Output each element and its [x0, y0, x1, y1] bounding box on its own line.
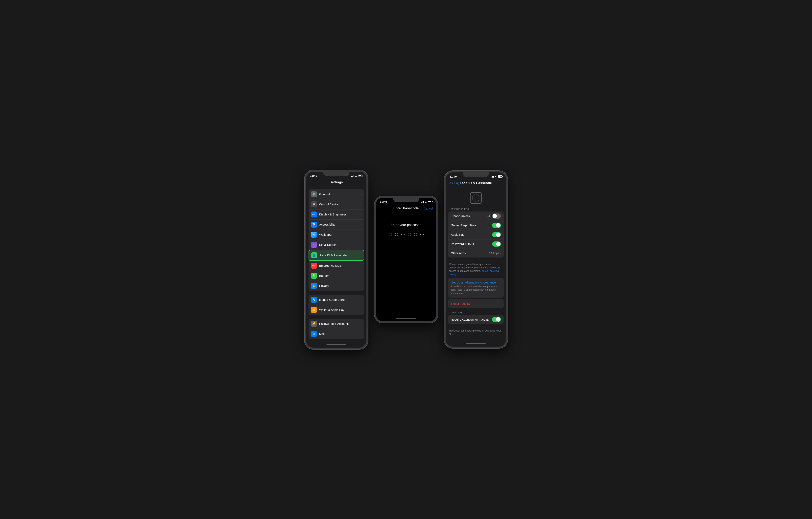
other-apps-chevron: ›: [500, 251, 501, 255]
apple-pay-toggle[interactable]: [492, 232, 501, 237]
settings-item-wallpaper[interactable]: ❋ Wallpaper ›: [309, 230, 364, 240]
iphone-unlock-item[interactable]: iPhone Unlock ➜: [448, 212, 504, 221]
general-chevron: ›: [361, 193, 362, 196]
phone-faceid-detail: 11:40 ▲ ‹ Settings Face ID & Passco: [444, 171, 508, 348]
wifi-icon-3: ▲: [495, 175, 497, 178]
settings-item-general[interactable]: ⚙️ General ›: [309, 189, 364, 199]
svg-rect-0: [473, 195, 479, 201]
settings-list-3: 🔑 Passwords & Accounts › ✉ Mail ›: [309, 319, 364, 339]
siri-chevron: ›: [361, 243, 362, 246]
faceid-svg: [472, 194, 480, 201]
other-apps-item[interactable]: Other Apps 14 Apps ›: [448, 249, 504, 257]
password-autofill-toggle[interactable]: [492, 241, 501, 247]
itunes-icon: A: [311, 297, 317, 303]
home-indicator-2: [376, 317, 436, 321]
reset-faceid-button[interactable]: Reset Face iD: [448, 299, 504, 308]
settings-item-sos[interactable]: SOS Emergency SOS ›: [309, 261, 364, 271]
use-faceid-label: USE FACE ID FOR:: [446, 208, 506, 212]
settings-item-privacy[interactable]: ✋ Privacy ›: [309, 281, 364, 291]
battery-label: Battery: [319, 274, 361, 277]
privacy-link[interactable]: About Face ID & Privacy...: [449, 270, 499, 276]
faceid-face-icon: [470, 192, 482, 204]
notch-2: [393, 198, 419, 202]
passwords-icon: 🔑: [311, 321, 317, 327]
settings-item-faceid[interactable]: 👤 Face ID & Passcode ›: [309, 250, 364, 261]
notch: [323, 172, 349, 176]
settings-item-itunes[interactable]: A iTunes & App Store ›: [309, 295, 364, 305]
time-2: 11:40: [380, 200, 387, 203]
display-chevron: ›: [361, 213, 362, 216]
itunes-appstore-toggle[interactable]: [492, 223, 501, 228]
status-icons-1: ▲: [351, 174, 362, 177]
wallpaper-icon: ❋: [311, 232, 317, 238]
control-centre-label: Control Centre: [319, 202, 361, 206]
phone-passcode: 11:40 ▲ Enter Passcode Cancel Enter your…: [374, 196, 438, 323]
settings-item-passwords[interactable]: 🔑 Passwords & Accounts ›: [309, 319, 364, 329]
other-apps-label: Other Apps: [451, 251, 489, 255]
settings-group-1: ⚙️ General › ⊞ Control Centre › AA Displ…: [306, 189, 367, 291]
itunes-appstore-item[interactable]: iTunes & App Store: [448, 221, 504, 230]
wallet-chevron: ›: [361, 308, 362, 311]
back-label: Settings: [450, 181, 461, 185]
passcode-dot-1: [389, 233, 392, 236]
cancel-button[interactable]: Cancel: [424, 207, 433, 210]
require-attention-label: Require Attention for Face ID: [451, 318, 492, 321]
attention-desc: TrueDepth camera will provide an additio…: [446, 328, 506, 338]
passwords-chevron: ›: [361, 322, 362, 325]
phone-settings-shell: 11:40 ▲ Settings: [304, 170, 368, 349]
notch-3: [463, 172, 489, 177]
settings-item-display[interactable]: AA Display & Brightness ›: [309, 210, 364, 220]
passcode-dot-3: [401, 233, 405, 236]
phone-passcode-shell: 11:40 ▲ Enter Passcode Cancel Enter your…: [374, 196, 438, 323]
settings-item-siri[interactable]: ✦ Siri & Search ›: [309, 240, 364, 250]
privacy-icon: ✋: [311, 283, 317, 289]
siri-label: Siri & Search: [319, 243, 361, 246]
faceid-detail-title: Face ID & Passcode: [460, 181, 492, 185]
apple-pay-item[interactable]: Apple Pay: [448, 230, 504, 240]
display-icon: AA: [311, 212, 317, 217]
itunes-chevron: ›: [361, 298, 362, 301]
passwords-label: Passwords & Accounts: [319, 322, 361, 325]
iphone-unlock-toggle[interactable]: [492, 214, 501, 219]
faceid-use-list: iPhone Unlock ➜ iTunes & App Store Apple…: [448, 212, 504, 257]
settings-nav: Settings: [306, 179, 367, 185]
require-attention-item[interactable]: Require Attention for Face ID: [448, 315, 504, 324]
other-apps-value: 14 Apps: [489, 251, 499, 255]
display-label: Display & Brightness: [319, 213, 361, 216]
sos-chevron: ›: [361, 264, 362, 267]
time-1: 11:40: [310, 174, 317, 177]
settings-item-mail[interactable]: ✉ Mail ›: [309, 329, 364, 339]
wallet-label: Wallet & Apple Pay: [319, 308, 361, 311]
mail-chevron: ›: [361, 332, 362, 335]
status-icons-2: ▲: [421, 200, 432, 203]
privacy-chevron: ›: [361, 284, 362, 288]
passcode-dot-6: [420, 233, 424, 236]
alternative-appearance-label: Set Up an Alternative Appearance: [451, 281, 500, 284]
accessibility-icon: ♿: [311, 222, 317, 227]
itunes-label: iTunes & App Store: [319, 298, 361, 301]
general-icon: ⚙️: [311, 191, 317, 197]
settings-item-battery[interactable]: 🔋 Battery ›: [309, 271, 364, 281]
itunes-appstore-label: iTunes & App Store: [451, 224, 492, 227]
settings-item-control-centre[interactable]: ⊞ Control Centre ›: [309, 199, 364, 210]
passcode-dot-4: [408, 233, 411, 236]
svg-point-1: [474, 197, 475, 198]
settings-item-wallet[interactable]: ▤ Wallet & Apple Pay ›: [309, 305, 364, 315]
accessibility-label: Accessibility: [319, 223, 361, 226]
siri-icon: ✦: [311, 242, 317, 248]
signal-icon-2: [421, 201, 424, 203]
password-autofill-item[interactable]: Password AutoFill: [448, 240, 504, 249]
faceid-back-button[interactable]: ‹ Settings: [449, 181, 461, 185]
passcode-screen: Enter your passcode: [376, 211, 436, 317]
phone-faceid-shell: 11:40 ▲ ‹ Settings Face ID & Passco: [444, 171, 508, 348]
alternative-appearance-button[interactable]: Set Up an Alternative Appearance In addi…: [448, 278, 504, 298]
faceid-icon: 👤: [311, 252, 317, 258]
passcode-title: Enter Passcode: [394, 206, 419, 210]
reset-faceid-label: Reset Face iD: [451, 302, 500, 305]
faceid-detail-nav: ‹ Settings Face ID & Passcode: [446, 180, 506, 186]
mail-label: Mail: [319, 332, 361, 335]
require-attention-toggle[interactable]: [492, 317, 501, 322]
settings-item-accessibility[interactable]: ♿ Accessibility ›: [309, 220, 364, 230]
iphone-unlock-label: iPhone Unlock: [451, 214, 487, 218]
faceid-description: iPhone can recognise the unique, three-d…: [446, 262, 506, 278]
